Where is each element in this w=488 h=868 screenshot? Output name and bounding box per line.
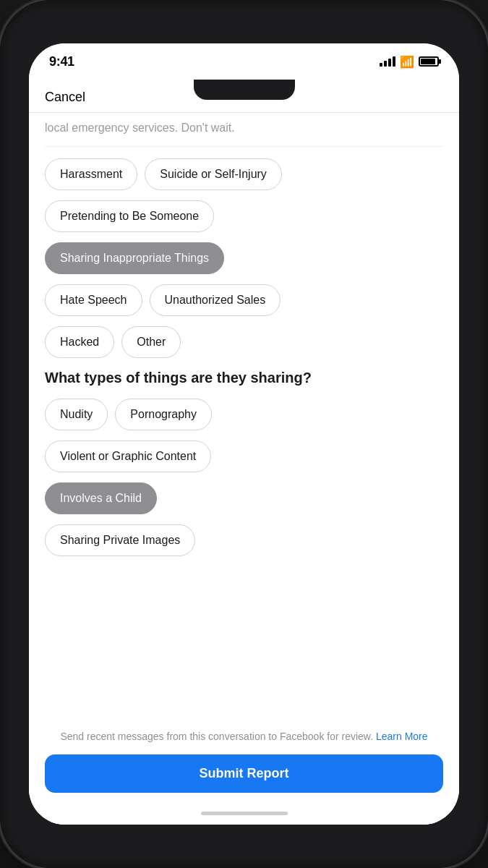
chip-hate-speech[interactable]: Hate Speech [45,284,142,316]
status-icons: 📶 [380,55,439,69]
submit-report-button[interactable]: Submit Report [45,754,443,793]
sharing-options-row2: Violent or Graphic Content [45,441,443,472]
home-indicator [29,801,459,825]
report-options-row4: Hate Speech Unauthorized Sales [45,284,443,316]
status-bar: 9:41 📶 [29,43,459,80]
chip-unauthorized-sales[interactable]: Unauthorized Sales [150,284,281,316]
faded-header-text: local emergency services. Don't wait. [45,113,443,147]
sharing-options-row1: Nudity Pornography [45,399,443,430]
chip-nudity[interactable]: Nudity [45,399,108,430]
wifi-icon: 📶 [400,55,414,69]
report-options-row3: Sharing Inappropriate Things [45,242,443,274]
scroll-body: local emergency services. Don't wait. Ha… [29,113,459,720]
chip-sharing-private-images[interactable]: Sharing Private Images [45,524,195,556]
chip-pretending[interactable]: Pretending to Be Someone [45,200,214,232]
chip-suicide[interactable]: Suicide or Self-Injury [145,158,282,190]
chip-involves-child[interactable]: Involves a Child [45,482,157,514]
content-area: Cancel local emergency services. Don't w… [29,80,459,825]
status-time: 9:41 [49,54,74,69]
footer-note: Send recent messages from this conversat… [45,729,443,744]
notch [194,80,295,100]
signal-icon [380,56,395,67]
chip-sharing-inappropriate[interactable]: Sharing Inappropriate Things [45,242,224,274]
report-options-row1: Harassment Suicide or Self-Injury [45,158,443,190]
sharing-options-row4: Sharing Private Images [45,524,443,556]
chip-harassment[interactable]: Harassment [45,158,137,190]
phone-screen: 9:41 📶 Cancel lo [29,43,459,825]
report-options-row5: Hacked Other [45,326,443,358]
chip-pornography[interactable]: Pornography [115,399,212,430]
chip-hacked[interactable]: Hacked [45,326,114,358]
cancel-button[interactable]: Cancel [45,90,85,105]
battery-icon [419,56,439,67]
home-bar [201,812,288,815]
phone-frame: 9:41 📶 Cancel lo [0,0,488,868]
sharing-section-heading: What types of things are they sharing? [45,368,443,387]
chip-other[interactable]: Other [121,326,181,358]
footer-area: Send recent messages from this conversat… [29,720,459,801]
chip-violent-graphic[interactable]: Violent or Graphic Content [45,441,211,472]
learn-more-link[interactable]: Learn More [376,731,428,742]
sharing-options-row3: Involves a Child [45,482,443,514]
report-options-row2: Pretending to Be Someone [45,200,443,232]
